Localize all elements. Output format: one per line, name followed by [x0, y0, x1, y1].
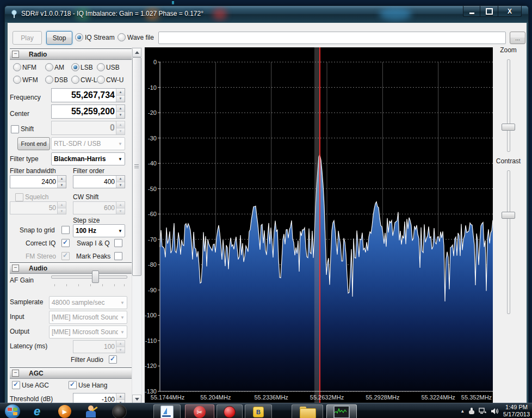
scroll-up-button[interactable] — [132, 48, 141, 57]
frequency-label: Frequency — [10, 94, 41, 101]
taskbar-item-sdrsharp[interactable] — [326, 404, 357, 418]
filter-bandwidth-label: Filter bandwidth — [10, 167, 56, 175]
taskbar-item-explorer[interactable] — [292, 404, 323, 418]
spectrum-display[interactable]: 0-10-20-30-40-50-60-70-80-90-100-110-120… — [145, 47, 493, 403]
filter-bandwidth-input[interactable]: 2400 ▲▼ — [10, 175, 66, 188]
radio-panel-header[interactable]: – Radio — [10, 48, 132, 60]
latency-spinner: ▲▼ — [116, 341, 125, 353]
zoom-slider[interactable] — [507, 59, 510, 152]
network-icon[interactable] — [479, 408, 487, 415]
filter-type-select[interactable]: Blackman-Harris▼ — [51, 152, 125, 165]
touch-pointer-icon[interactable] — [468, 408, 475, 415]
zoom-slider-thumb[interactable] — [502, 124, 515, 131]
shift-spinner: ▲▼ — [116, 121, 125, 134]
front-end-device-select: RTL-SDR / USB▼ — [51, 137, 125, 150]
fm-stereo-checkbox — [61, 252, 70, 260]
taskbar-item-snipping-tool[interactable]: ✂ — [185, 404, 214, 418]
agc-panel-header[interactable]: – AGC — [10, 367, 132, 379]
snipping-tool-icon: ✂ — [194, 406, 206, 418]
collapse-icon[interactable]: – — [12, 51, 19, 58]
iq-stream-label: IQ Stream — [85, 34, 115, 41]
frequency-spinner[interactable]: ▲▼ — [116, 89, 125, 102]
mark-peaks-checkbox[interactable] — [114, 252, 122, 260]
taskbar-item-ie[interactable]: e — [26, 404, 48, 418]
wave-file-radio[interactable] — [117, 33, 126, 41]
taskbar-item-yellow-app[interactable]: B — [245, 404, 272, 418]
center-spinner[interactable]: ▲▼ — [116, 105, 125, 118]
taskbar[interactable]: e ▶ ✂ B — [0, 403, 532, 418]
mode-am-radio[interactable] — [45, 63, 53, 71]
samplerate-label: Samplerate — [10, 298, 43, 306]
mode-dsb-radio[interactable] — [45, 76, 53, 84]
scrollbar-thumb[interactable] — [132, 57, 141, 276]
taskbar-item-movie-maker[interactable] — [79, 404, 102, 418]
x-tick-label: 55.2928MHz — [366, 394, 399, 401]
iq-stream-radio[interactable] — [75, 33, 83, 41]
y-tick-label: -100 — [145, 312, 157, 318]
filter-audio-checkbox[interactable] — [109, 355, 117, 364]
audio-output-select: [MME] Microsoft Sound▼ — [49, 325, 127, 339]
correct-iq-checkbox[interactable] — [61, 239, 70, 247]
start-button[interactable] — [2, 404, 23, 418]
volume-icon[interactable] — [491, 408, 499, 415]
mode-lsb-radio[interactable] — [71, 63, 79, 71]
taskbar-item-disc-app[interactable] — [107, 404, 132, 418]
file-path-input[interactable] — [158, 32, 506, 44]
contrast-slider-thumb[interactable] — [502, 212, 515, 219]
mode-wfm-radio[interactable] — [13, 76, 21, 84]
mode-wfm-label: WFM — [22, 76, 38, 84]
center-input[interactable]: 55,259,200 ▲▼ — [51, 104, 125, 119]
step-size-select[interactable]: 100 Hz▼ — [73, 224, 125, 237]
title-bar[interactable]: SDR# v1.0.0.718 - IQ Imbalance: Gain = 1… — [5, 6, 528, 22]
clock-date: 5/17/2013 — [503, 411, 530, 418]
mode-dsb-label: DSB — [54, 76, 68, 84]
use-agc-checkbox[interactable] — [12, 381, 20, 389]
filter-bandwidth-spinner[interactable]: ▲▼ — [57, 176, 66, 188]
folder-icon — [300, 407, 315, 417]
shift-checkbox[interactable] — [11, 125, 19, 133]
paint-app-icon — [160, 405, 174, 418]
swap-iq-checkbox[interactable] — [114, 239, 122, 247]
x-tick-label: 55.1744MHz — [151, 394, 184, 401]
collapse-icon[interactable]: – — [12, 265, 19, 272]
sdr-monitor-icon — [333, 405, 350, 418]
taskbar-item-recorder[interactable] — [216, 404, 243, 418]
maximize-button[interactable] — [480, 6, 498, 17]
minimize-icon — [469, 13, 474, 14]
clock-time: 1:49 PM — [503, 404, 530, 411]
internet-explorer-icon: e — [34, 404, 40, 418]
collapse-icon[interactable]: – — [12, 370, 19, 377]
taskbar-item-media-player[interactable]: ▶ — [53, 404, 76, 418]
af-gain-slider-thumb[interactable] — [92, 271, 99, 283]
frequency-input[interactable]: 55,267,734 ▲▼ — [51, 88, 125, 102]
correct-iq-label: Correct IQ — [26, 239, 55, 247]
y-tick-label: -10 — [148, 84, 157, 91]
stop-button[interactable]: Stop — [46, 31, 72, 45]
squelch-spinner: ▲▼ — [57, 202, 66, 214]
filter-order-spinner[interactable]: ▲▼ — [116, 176, 125, 188]
mode-usb-radio[interactable] — [97, 63, 105, 71]
minimize-button[interactable] — [463, 6, 480, 17]
browse-button[interactable]: ... — [510, 32, 525, 44]
filter-order-input[interactable]: 400 ▲▼ — [73, 175, 125, 188]
use-hang-checkbox[interactable] — [69, 381, 77, 389]
mode-nfm-radio[interactable] — [13, 63, 21, 71]
audio-output-label: Output — [10, 328, 29, 335]
taskbar-item-paint[interactable] — [153, 404, 181, 418]
snap-to-grid-checkbox[interactable] — [61, 226, 70, 234]
af-gain-slider[interactable] — [51, 275, 127, 279]
tray-expand-icon[interactable]: ▲ — [460, 409, 465, 414]
mode-cwl-radio[interactable] — [71, 76, 79, 84]
sidebar-scrollbar[interactable] — [132, 47, 142, 404]
mode-cwu-radio[interactable] — [97, 76, 105, 84]
center-label: Center — [10, 110, 29, 118]
taskbar-clock[interactable]: 1:49 PM 5/17/2013 — [503, 404, 530, 418]
close-button[interactable]: X — [498, 6, 522, 17]
audio-panel-header[interactable]: – Audio — [10, 262, 132, 274]
front-end-button[interactable]: Front end — [17, 137, 50, 150]
play-button[interactable]: Play — [13, 31, 42, 45]
desktop-artifact — [172, 1, 174, 4]
contrast-slider[interactable] — [507, 170, 510, 314]
filter-band — [314, 47, 320, 403]
squelch-checkbox — [15, 193, 23, 201]
